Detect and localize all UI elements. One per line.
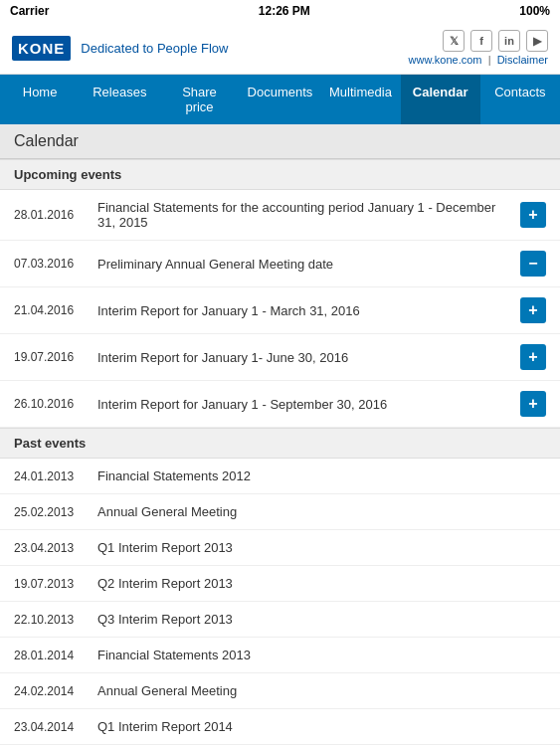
- nav-documents[interactable]: Documents: [240, 75, 321, 124]
- event-description: Interim Report for January 1- June 30, 2…: [97, 350, 506, 365]
- content: Upcoming events 28.01.2016 Financial Sta…: [0, 159, 560, 746]
- event-description: Q3 Interim Report 2013: [97, 612, 546, 627]
- main-nav: Home Releases Share price Documents Mult…: [0, 75, 560, 124]
- event-row: 28.01.2016 Financial Statements for the …: [0, 190, 560, 241]
- event-date: 23.04.2013: [14, 541, 84, 555]
- event-row: 24.01.2013 Financial Statements 2012: [0, 459, 560, 494]
- add-event-button[interactable]: +: [520, 344, 546, 370]
- tagline: Dedicated to People Flow: [81, 41, 228, 56]
- event-row: 23.04.2013 Q1 Interim Report 2013: [0, 530, 560, 566]
- nav-calendar[interactable]: Calendar: [401, 75, 480, 124]
- event-date: 07.03.2016: [14, 257, 84, 271]
- event-description: Financial Statements for the accounting …: [97, 200, 506, 230]
- event-date: 21.04.2016: [14, 303, 84, 317]
- header-links: www.kone.com | Disclaimer: [409, 54, 548, 66]
- logo: KONE: [12, 36, 71, 61]
- event-description: Interim Report for January 1 - March 31,…: [97, 303, 506, 318]
- event-date: 28.01.2014: [14, 649, 84, 662]
- event-description: Interim Report for January 1 - September…: [97, 397, 506, 412]
- event-date: 23.04.2014: [14, 720, 84, 734]
- event-row: 26.10.2016 Interim Report for January 1 …: [0, 381, 560, 428]
- event-description: Q1 Interim Report 2014: [97, 719, 546, 734]
- event-date: 26.10.2016: [14, 397, 84, 411]
- event-description: Financial Statements 2013: [97, 648, 546, 662]
- event-description: Annual General Meeting: [97, 504, 546, 519]
- youtube-icon[interactable]: ▶: [526, 30, 548, 52]
- event-description: Q2 Interim Report 2013: [97, 576, 546, 591]
- event-row: 28.01.2014 Financial Statements 2013: [0, 638, 560, 673]
- event-date: 19.07.2013: [14, 577, 84, 591]
- add-event-button[interactable]: +: [520, 297, 546, 323]
- event-date: 28.01.2016: [14, 208, 84, 222]
- event-description: Preliminary Annual General Meeting date: [97, 257, 506, 272]
- website-link[interactable]: www.kone.com: [409, 54, 482, 66]
- event-row: 21.04.2016 Interim Report for January 1 …: [0, 287, 560, 334]
- twitter-icon[interactable]: 𝕏: [443, 30, 465, 52]
- header-right: 𝕏 f in ▶ www.kone.com | Disclaimer: [409, 30, 548, 66]
- header-left: KONE Dedicated to People Flow: [12, 36, 229, 61]
- event-date: 22.10.2013: [14, 613, 84, 627]
- carrier-label: Carrier: [10, 4, 49, 18]
- event-row: 19.07.2016 Interim Report for January 1-…: [0, 334, 560, 381]
- event-date: 24.02.2014: [14, 684, 84, 698]
- event-description: Q1 Interim Report 2013: [97, 540, 546, 555]
- linkedin-icon[interactable]: in: [498, 30, 520, 52]
- nav-home[interactable]: Home: [0, 75, 80, 124]
- remove-event-button[interactable]: −: [520, 251, 546, 277]
- event-row: 24.02.2014 Annual General Meeting: [0, 673, 560, 709]
- event-description: Financial Statements 2012: [97, 468, 546, 483]
- facebook-icon[interactable]: f: [470, 30, 492, 52]
- add-event-button[interactable]: +: [520, 391, 546, 417]
- event-row: 22.10.2013 Q3 Interim Report 2013: [0, 602, 560, 638]
- battery-label: 100%: [519, 4, 550, 18]
- event-description: Annual General Meeting: [97, 683, 546, 698]
- event-row: 07.03.2016 Preliminary Annual General Me…: [0, 241, 560, 287]
- event-date: 25.02.2013: [14, 505, 84, 519]
- event-date: 24.01.2013: [14, 469, 84, 483]
- event-row: 23.04.2014 Q1 Interim Report 2014: [0, 709, 560, 745]
- event-date: 19.07.2016: [14, 350, 84, 364]
- status-bar: Carrier 12:26 PM 100%: [0, 0, 560, 22]
- nav-contacts[interactable]: Contacts: [480, 75, 560, 124]
- past-section-header: Past events: [0, 428, 560, 459]
- header: KONE Dedicated to People Flow 𝕏 f in ▶ w…: [0, 22, 560, 75]
- upcoming-section-header: Upcoming events: [0, 159, 560, 190]
- nav-multimedia[interactable]: Multimedia: [320, 75, 400, 124]
- event-row: 19.07.2013 Q2 Interim Report 2013: [0, 566, 560, 602]
- event-row: 25.02.2013 Annual General Meeting: [0, 494, 560, 530]
- disclaimer-link[interactable]: Disclaimer: [497, 54, 548, 66]
- add-event-button[interactable]: +: [520, 202, 546, 228]
- nav-share-price[interactable]: Share price: [159, 75, 239, 124]
- nav-releases[interactable]: Releases: [80, 75, 159, 124]
- page-title: Calendar: [0, 124, 560, 159]
- social-icons: 𝕏 f in ▶: [443, 30, 548, 52]
- time-label: 12:26 PM: [259, 4, 310, 18]
